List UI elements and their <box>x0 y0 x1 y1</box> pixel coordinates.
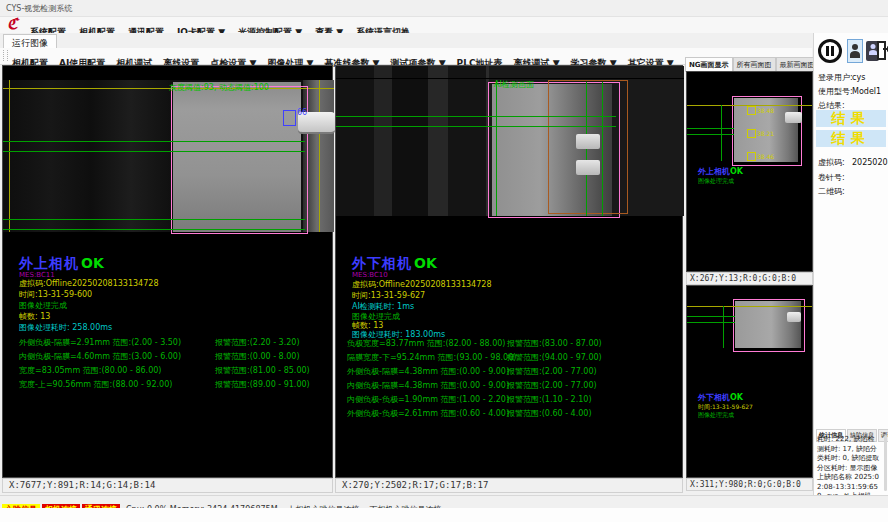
marker-label: 38.46 <box>757 153 774 160</box>
result-camera-name: 外上相机 <box>19 255 79 271</box>
marker-box-icon <box>747 152 756 161</box>
measurement-list: 外侧负极-隔膜=2.91mm 范围:(2.00 - 3.50)报警范围:(2.2… <box>19 337 310 393</box>
measurement-alarm: 报警范围:(0.00 - 8.00) <box>215 352 300 361</box>
measurement-row: 外侧负极-负极=2.61mm 范围:(0.60 - 4.00)报警范围:(0.6… <box>347 408 602 422</box>
result-done: 图像处理完成 <box>19 300 67 311</box>
thumb-subline: 图像处理完成 <box>698 177 734 186</box>
vcode-row: 虚拟码:20250208 <box>818 157 888 168</box>
measurement-row: 内侧负极-隔膜=4.60mm 范围:(3.00 - 6.00)报警范围:(0.0… <box>19 351 310 365</box>
thumb-status: OK <box>730 167 743 176</box>
overlay-green-vline <box>602 82 603 216</box>
measurement-row: 内侧负极-隔膜=4.38mm 范围:(0.00 - 9.00)报警范围:(2.0… <box>347 380 602 394</box>
measurement-name: 外侧负极-隔膜=4.38mm 范围:(0.00 - 9.00) <box>347 366 507 377</box>
measurement-name: 隔膜宽度-下=95.24mm 范围:(93.00 - 98.00) <box>347 352 507 363</box>
threshold-overlay-label: 灰度阈值:93, 动态阈值:100 <box>169 82 269 93</box>
pause-button[interactable] <box>818 39 842 63</box>
pixel-coords-thumb-upper: X:267;Y:13;R:0;G:0;B:0 <box>686 272 813 285</box>
user-login-button[interactable] <box>847 39 863 63</box>
overlay-green-hline <box>336 126 616 127</box>
model-row: 使用型号:Model1 <box>818 86 881 97</box>
thumb-camera-name: 外下相机 <box>698 393 730 402</box>
result-camera-name: 外下相机 <box>352 255 412 271</box>
user-icon <box>852 44 858 50</box>
measurement-row: 负极宽度=83.77mm 范围:(82.00 - 88.00)报警范围:(83.… <box>347 338 602 352</box>
pause-icon <box>826 46 829 56</box>
measurement-name: 内侧负极-隔膜=4.60mm 范围:(3.00 - 6.00) <box>19 351 215 362</box>
marker: 38.48 <box>747 100 774 119</box>
thumb-tab-all[interactable]: 所有画面图 <box>733 57 776 72</box>
overlay-green-hline <box>3 229 305 230</box>
control-panel: 登录用户:cys 使用型号:Model1 总结果: 结果 结果 虚拟码:2025… <box>813 33 888 495</box>
tab-strip: 运行图像 <box>0 33 812 49</box>
result-mes: MES:BC10 <box>352 271 388 279</box>
title-bar: CYS-视觉检测系统 <box>0 0 888 17</box>
measurement-alarm: 报警范围:(94.00 - 97.00) <box>507 353 602 362</box>
measurement-alarm: 报警范围:(81.00 - 85.00) <box>215 366 310 375</box>
ai-overlay-label: AI检测画面 <box>494 79 534 90</box>
bottom-spacer <box>0 508 888 522</box>
result-status: OK <box>81 255 104 271</box>
overlay-green-vline <box>586 82 587 216</box>
thumb-tab-ng[interactable]: NG画面显示 <box>685 57 733 72</box>
app-logo-icon: ℭ <box>7 15 18 33</box>
measurement-name: 宽度-上=90.56mm 范围:(88.00 - 92.00) <box>19 379 215 390</box>
result-code: 虚拟码:Offline20250208133134728 <box>352 279 491 290</box>
overlay-green-hline <box>336 116 616 117</box>
toolbar-grip[interactable] <box>3 50 8 61</box>
measurement-row: 隔膜宽度-下=95.24mm 范围:(93.00 - 98.00)报警范围:(9… <box>347 352 602 366</box>
stats-scrollbar[interactable] <box>884 435 887 491</box>
marker-box-icon <box>747 106 756 115</box>
thumb-tabs: NG画面显示所有画面图最新画面图 <box>685 57 813 71</box>
result-code: 虚拟码:Offline20250208133134728 <box>19 278 158 289</box>
measurement-name: 宽度=83.05mm 范围:(80.00 - 86.00) <box>19 365 215 376</box>
id-card-icon <box>870 44 875 49</box>
camera-view-outer-lower[interactable]: AI检测画面 外下相机OK MES:BC10 虚拟码:Offline202502… <box>335 65 683 478</box>
bright-blob <box>576 134 600 149</box>
overlay-green-vline <box>496 82 497 216</box>
overlay-roi-rect <box>171 86 308 234</box>
measurement-alarm: 报警范围:(89.00 - 91.00) <box>215 380 310 389</box>
measurement-name: 外侧负极-负极=2.61mm 范围:(0.60 - 4.00) <box>347 408 507 419</box>
exit-door-icon <box>877 41 886 60</box>
overlay-green-hline <box>3 141 305 142</box>
measurement-alarm: 报警范围:(1.10 - 2.10) <box>507 395 592 404</box>
model-value: Model1 <box>852 87 881 96</box>
overlay-yellow-hline <box>687 306 812 307</box>
measurement-row: 宽度-上=90.56mm 范围:(88.00 - 92.00)报警范围:(89.… <box>19 379 310 393</box>
marker-label: 38.21 <box>757 130 774 137</box>
app-window: CYS-视觉检测系统 ℭ 系统配置相机配置通讯配置IO卡配置 ▼光源控制配置 ▼… <box>0 0 888 522</box>
measurement-alarm: 报警范围:(2.00 - 77.00) <box>507 381 597 390</box>
pixel-coords-thumb-lower: X:311;Y:980;R:0;G:0;B:0 <box>686 478 813 491</box>
login-row: 登录用户:cys <box>818 72 865 83</box>
marker: 38.46 <box>747 146 774 165</box>
thumb-status: OK <box>730 393 743 402</box>
measurement-alarm: 报警范围:(2.20 - 3.20) <box>215 338 300 347</box>
thumb-subline: 图像处理完成 <box>698 411 734 420</box>
vcode-label: 虚拟码: <box>818 157 852 168</box>
bright-blob <box>576 160 600 175</box>
needle-label: 卷针号: <box>818 172 852 183</box>
pixel-coords-left: X:7677;Y:891;R:14;G:14;B:14 <box>2 478 333 493</box>
result-elapsed: 图像处理耗时: 258.00ms <box>19 322 112 333</box>
marker: 38.21 <box>747 123 774 142</box>
overlay-green-hline <box>687 316 735 317</box>
result-status: OK <box>414 255 437 271</box>
measurement-alarm: 报警范围:(0.60 - 4.00) <box>507 409 592 418</box>
marker-box-icon <box>747 129 756 138</box>
camera-view-outer-upper[interactable]: 66 灰度阈值:93, 动态阈值:100 外上相机OK MES:BC11 虚拟码… <box>2 65 333 478</box>
overlay-green-hline <box>3 151 305 152</box>
window-title: CYS-视觉检测系统 <box>6 3 72 14</box>
measurement-name: 外侧负极-隔膜=2.91mm 范围:(2.00 - 3.50) <box>19 337 215 348</box>
pixel-coords-right: X:270;Y:2502;R:17;G:17;B:17 <box>335 478 683 493</box>
measurement-row: 外侧负极-隔膜=2.91mm 范围:(2.00 - 3.50)报警范围:(2.2… <box>19 337 310 351</box>
overlay-probe-rect <box>283 110 296 126</box>
thumb-view-upper[interactable]: 38.4838.2138.46 外上相机OK 图像处理完成 <box>686 71 813 272</box>
status-bar: 心跳信号相机连接通讯连接Cpu: 0.0% Memory: 3424.41796… <box>0 495 888 509</box>
thumb-view-lower[interactable]: 外下相机OK 时间:13-31-59-627 图像处理完成 <box>686 285 813 478</box>
overlay-green-hline <box>687 322 735 323</box>
exit-button[interactable] <box>877 40 888 62</box>
measurement-name: 内侧负极-负极=1.90mm 范围:(1.00 - 2.20) <box>347 394 507 405</box>
measurement-row: 内侧负极-负极=1.90mm 范围:(1.00 - 2.20)报警范围:(1.1… <box>347 394 602 408</box>
measurement-name: 内侧负极-隔膜=4.38mm 范围:(0.00 - 9.00) <box>347 380 507 391</box>
overlay-yellow-vline <box>9 80 10 232</box>
